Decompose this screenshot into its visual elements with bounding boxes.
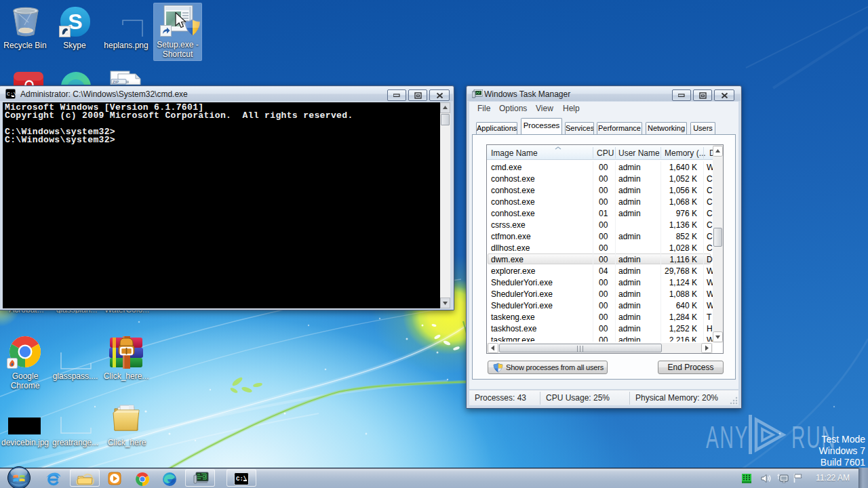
svg-text:C:\: C:\ bbox=[236, 476, 248, 483]
svg-text:C:\: C:\ bbox=[7, 91, 16, 97]
svg-text:ZIP: ZIP bbox=[113, 80, 119, 84]
